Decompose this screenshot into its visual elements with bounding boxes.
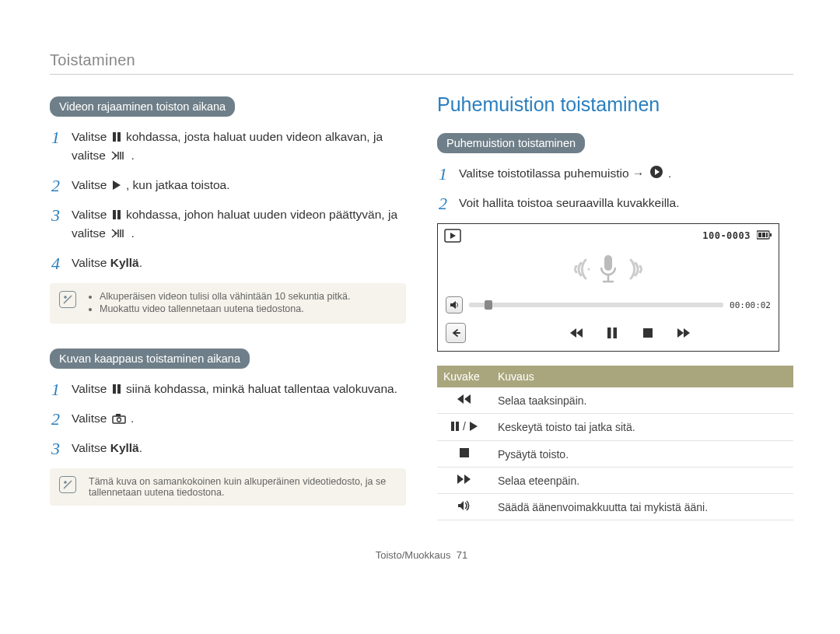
camera-icon [112,413,126,424]
microphone-icon [597,252,620,289]
table-row: / Keskeytä toisto tai jatka sitä. [437,414,793,441]
memo-steps: Valitse toistotilassa puhemuistio → . Vo… [437,164,793,212]
col-desc-header: Kuvaus [492,366,793,387]
svg-marker-24 [576,328,583,338]
capture-step-2: Valitse . [51,409,406,428]
forward-button[interactable] [674,327,693,339]
svg-marker-22 [450,301,456,309]
title-divider [50,74,793,75]
pause-icon [112,131,121,142]
text: . [131,226,135,240]
left-column: Videon rajaaminen toiston aikana Valitse… [50,93,406,527]
volume-button[interactable] [446,296,463,313]
col-icon-header: Kuvake [437,366,492,387]
pill-capture: Kuvan kaappaus toistaminen aikana [50,349,250,369]
text: Valitse [72,178,110,191]
svg-marker-36 [457,475,464,484]
svg-rect-3 [113,210,116,219]
svg-rect-33 [456,422,459,431]
svg-marker-28 [677,328,684,338]
text: . [131,412,134,425]
trim-icon [110,228,126,239]
svg-rect-4 [117,210,121,219]
svg-rect-0 [113,132,116,142]
capture-steps: Valitse siinä kohdassa, minkä haluat tal… [50,380,406,457]
note-line: Alkuperäisen videon tulisi olla vähintää… [100,291,395,302]
svg-point-9 [117,418,121,422]
table-row: Säädä äänenvoimakkuutta tai mykistä ääni… [437,494,793,520]
progress-bar[interactable] [469,303,723,307]
svg-rect-16 [762,233,765,237]
svg-marker-37 [464,475,471,484]
play-icon [112,180,121,191]
page-section-title: Toistaminen [50,51,793,69]
text: Valitse [72,256,110,269]
svg-marker-30 [457,394,464,404]
sound-waves-left-icon [555,252,592,289]
text: Voit hallita toistoa seuraavilla kuvakke… [459,196,679,209]
svg-rect-26 [614,328,618,338]
svg-rect-27 [643,328,653,338]
table-row: Selaa taaksinpäin. [437,387,793,414]
playback-mode-icon [444,229,461,243]
text: . [139,256,142,269]
stop-button[interactable] [639,327,657,339]
volume-icon [457,500,471,511]
text: Valitse toistotilassa puhemuistio → [459,166,648,180]
svg-rect-32 [451,422,454,431]
trim-icon [110,150,126,161]
text: Valitse [72,208,110,221]
capture-step-3: Valitse Kyllä. [51,439,406,457]
rewind-icon [457,394,472,405]
trim-note: Alkuperäisen videon tulisi olla vähintää… [50,283,406,324]
memo-step-2: Voit hallita toistoa seuraavilla kuvakke… [439,194,793,212]
text: Valitse [72,130,110,143]
desc: Keskeytä toisto tai jatka sitä. [492,414,793,441]
table-row: Selaa eteenpäin. [437,468,793,494]
text-bold: Kyllä [110,441,139,454]
battery-icon [757,230,772,242]
icon-description-table: Kuvake Kuvaus Selaa taaksinpäin. [437,366,793,520]
svg-marker-31 [464,394,471,404]
right-column: Puhemuistion toistaminen Puhemuistion to… [437,93,793,527]
pill-memo-play: Puhemuistion toistaminen [437,133,585,153]
desc: Pysäytä toisto. [492,441,793,468]
svg-rect-5 [113,384,116,394]
player-status: 100-0003 [702,230,772,242]
svg-marker-38 [458,501,464,510]
note-line: Muokattu video tallennetaan uutena tiedo… [100,303,395,314]
pause-play-icon: / [450,420,478,433]
svg-rect-7 [113,416,125,423]
svg-marker-29 [684,328,690,338]
svg-rect-35 [460,448,469,457]
desc: Selaa eteenpäin. [492,468,793,494]
trim-step-3: Valitse kohdassa, johon haluat uuden vid… [51,205,406,243]
rewind-button[interactable] [567,327,586,339]
player-visualization [438,246,779,293]
trim-step-2: Valitse , kun jatkaa toistoa. [51,176,406,194]
right-heading: Puhemuistion toistaminen [437,93,793,116]
table-row: Pysäytä toisto. [437,441,793,468]
text: . [668,166,671,180]
file-id: 100-0003 [702,230,751,241]
svg-rect-17 [766,233,768,237]
pause-icon [112,384,121,394]
text: siinä kohdassa, minkä haluat tallentaa v… [126,382,397,395]
svg-marker-13 [450,233,456,239]
svg-marker-23 [570,328,576,338]
back-button[interactable] [446,323,466,343]
footer-label: Toisto/Muokkaus [376,549,451,561]
text: . [131,149,135,162]
capture-note: Tämä kuva on samankokoinen kuin alkuperä… [50,468,406,506]
svg-rect-8 [116,414,121,416]
svg-rect-15 [758,233,761,237]
svg-rect-19 [604,255,612,271]
text: Valitse [72,382,110,395]
progress-thumb[interactable] [485,300,492,310]
play-circle-icon [649,165,663,179]
pause-button[interactable] [603,327,621,339]
text: Valitse [72,441,110,454]
pause-icon [112,209,121,220]
svg-rect-1 [117,132,121,142]
page-footer: Toisto/Muokkaus 71 [50,549,793,561]
